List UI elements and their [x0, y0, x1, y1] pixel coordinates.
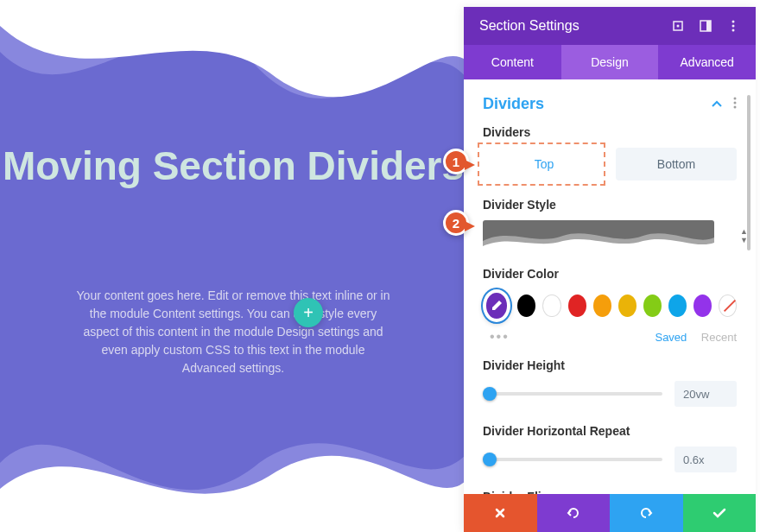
group-title: Dividers	[483, 95, 544, 113]
panel-tabs: Content Design Advanced	[464, 45, 756, 79]
chevron-up-icon[interactable]	[711, 97, 723, 112]
group-menu-icon[interactable]	[733, 97, 737, 112]
undo-icon	[566, 506, 581, 520]
dividers-segment: Top Bottom	[483, 148, 737, 180]
panel-body: Dividers Dividers Top Bottom Divider Sty	[464, 79, 756, 494]
color-swatch-green[interactable]	[643, 294, 662, 317]
redo-button[interactable]	[610, 494, 683, 532]
color-swatch-selected[interactable]	[483, 289, 510, 322]
plus-icon: +	[303, 303, 314, 323]
section-top-divider	[0, 0, 466, 138]
cancel-button[interactable]	[464, 494, 537, 532]
kebab-menu-icon[interactable]	[726, 19, 740, 33]
svg-point-5	[732, 25, 735, 28]
group-header[interactable]: Dividers	[483, 95, 737, 113]
divider-color-label: Divider Color	[483, 267, 737, 281]
add-module-button[interactable]: +	[294, 298, 323, 327]
redo-icon	[638, 506, 654, 520]
color-swatch-purple[interactable]	[694, 294, 712, 317]
saved-colors-link[interactable]: Saved	[655, 331, 687, 344]
callout-badge-2: 2	[443, 210, 469, 236]
eyedropper-icon	[490, 299, 504, 313]
divider-height-input[interactable]: 20vw	[674, 381, 737, 407]
color-swatch-yellow[interactable]	[618, 294, 636, 317]
divider-height-slider[interactable]	[483, 392, 662, 396]
panel-title: Section Settings	[479, 18, 580, 34]
tab-content[interactable]: Content	[464, 45, 561, 79]
svg-point-9	[734, 105, 737, 108]
svg-point-1	[677, 25, 680, 28]
svg-point-4	[732, 21, 735, 23]
svg-rect-3	[706, 21, 711, 31]
color-swatch-none[interactable]	[719, 294, 737, 317]
color-swatch-blue[interactable]	[668, 294, 687, 317]
save-button[interactable]	[683, 494, 757, 532]
divider-top-button[interactable]: Top	[483, 148, 605, 180]
expand-icon[interactable]	[671, 19, 685, 33]
settings-panel: Section Settings Content Design Advanced	[464, 7, 756, 532]
divider-style-select[interactable]	[483, 220, 714, 251]
color-swatch-white[interactable]	[542, 294, 560, 317]
svg-point-8	[734, 101, 737, 104]
panel-header: Section Settings	[464, 7, 756, 45]
close-icon	[494, 507, 506, 519]
tab-advanced[interactable]: Advanced	[658, 45, 756, 79]
svg-point-6	[732, 29, 735, 32]
page-canvas: Moving Section Dividers Your content goe…	[0, 0, 760, 532]
color-swatches	[483, 289, 737, 322]
dividers-label: Dividers	[483, 125, 737, 139]
divider-height-label: Divider Height	[483, 358, 737, 372]
color-swatch-black[interactable]	[517, 294, 535, 317]
callout-badge-1: 1	[443, 149, 469, 174]
divider-repeat-slider[interactable]	[483, 458, 662, 461]
section-heading[interactable]: Moving Section Dividers	[0, 142, 466, 189]
callout-number: 2	[453, 216, 459, 231]
check-icon	[712, 507, 726, 519]
svg-point-7	[734, 97, 737, 99]
divider-style-label: Divider Style	[483, 198, 737, 212]
dock-icon[interactable]	[699, 19, 712, 33]
section-body-text[interactable]: Your content goes here. Edit or remove t…	[0, 287, 466, 377]
tab-design[interactable]: Design	[561, 45, 659, 79]
style-stepper-icon[interactable]: ▲▼	[740, 220, 756, 251]
divider-bottom-button[interactable]: Bottom	[616, 148, 737, 180]
divider-repeat-label: Divider Horizontal Repeat	[483, 424, 737, 438]
callout-number: 1	[453, 155, 459, 169]
section-background	[0, 0, 466, 532]
undo-button[interactable]	[537, 494, 611, 532]
divider-repeat-input[interactable]: 0.6x	[674, 446, 737, 472]
section-bottom-divider	[0, 411, 466, 532]
panel-footer	[464, 494, 756, 532]
more-colors-icon[interactable]: •••	[490, 329, 510, 345]
slider-thumb[interactable]	[483, 387, 497, 401]
recent-colors-link[interactable]: Recent	[701, 331, 737, 344]
color-swatch-orange[interactable]	[593, 294, 611, 317]
divider-flip-label: Divider Flip	[483, 490, 737, 494]
color-swatch-red[interactable]	[568, 294, 586, 317]
slider-thumb[interactable]	[483, 453, 497, 466]
